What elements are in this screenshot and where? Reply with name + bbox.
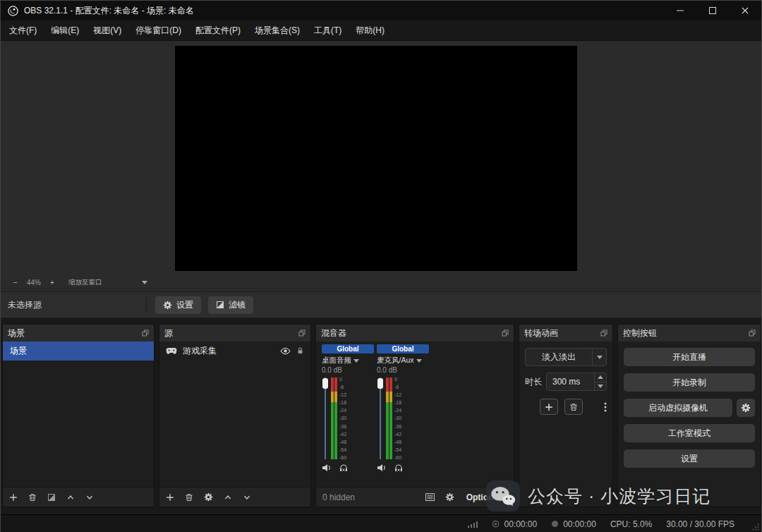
start-virtual-camera-button[interactable]: 启动虚拟摄像机	[624, 399, 732, 417]
move-source-down-button[interactable]	[243, 493, 251, 502]
transition-select-arrow[interactable]	[592, 349, 606, 365]
start-streaming-button[interactable]: 开始直播	[624, 348, 755, 366]
menu-tools[interactable]: 工具(T)	[307, 20, 349, 40]
mixer-layout-icon	[425, 493, 435, 501]
gear-icon	[741, 403, 751, 413]
volume-slider[interactable]	[377, 376, 384, 461]
mute-button[interactable]	[377, 464, 387, 472]
duration-value: 300 ms	[547, 377, 594, 387]
zoom-out-button[interactable]: −	[9, 279, 22, 286]
record-dot-icon	[551, 520, 559, 528]
minimize-button[interactable]	[664, 1, 696, 20]
zoom-in-button[interactable]: +	[46, 279, 59, 286]
menu-docks[interactable]: 停靠窗口(D)	[128, 20, 188, 40]
source-filters-label: 滤镜	[229, 299, 246, 311]
resize-grip[interactable]	[752, 524, 759, 531]
duration-down-button[interactable]	[595, 382, 606, 391]
close-button[interactable]	[729, 1, 761, 20]
maximize-button[interactable]	[696, 1, 729, 20]
slider-handle[interactable]	[322, 378, 328, 389]
source-properties-toolbar-button[interactable]	[204, 492, 213, 502]
mute-button[interactable]	[322, 464, 332, 472]
scenes-panel: 场景 场景	[2, 324, 155, 507]
add-source-button[interactable]	[166, 493, 174, 502]
menu-help[interactable]: 帮助(H)	[349, 20, 392, 40]
move-scene-up-button[interactable]	[66, 493, 75, 502]
virtual-camera-config-button[interactable]	[737, 399, 755, 417]
obs-window: OBS 32.1.1 - 配置文件: 未命名 - 场景: 未命名 文件(F) 编…	[0, 0, 762, 532]
mixer-panel-header: 混音器	[316, 325, 514, 341]
chevron-down-icon	[597, 356, 603, 359]
zoom-level: 44%	[22, 279, 46, 286]
audio-mixer-panel: 混音器 Global 桌面音频 0.0 dB	[315, 324, 514, 507]
transition-current: 淡入淡出	[526, 351, 592, 363]
move-scene-down-button[interactable]	[85, 493, 94, 502]
gear-icon	[204, 492, 213, 502]
panel-float-icon[interactable]	[142, 330, 149, 337]
signal-bars-icon	[468, 521, 478, 528]
controls-body: 开始直播 开始录制 启动虚拟摄像机 工作室模式 设置	[618, 341, 761, 507]
zoom-mode-dropdown[interactable]: 缩放至窗口	[68, 278, 147, 287]
plus-icon	[9, 493, 18, 502]
preview-area	[1, 41, 761, 277]
chevron-up-icon	[66, 493, 75, 502]
source-properties-button[interactable]: 设置	[155, 296, 201, 314]
menu-profile[interactable]: 配置文件(P)	[188, 20, 248, 40]
speaker-icon	[322, 464, 332, 472]
channel-name-dropdown[interactable]: 桌面音频	[322, 355, 374, 366]
duration-spinbox[interactable]: 300 ms	[546, 373, 607, 391]
studio-mode-button[interactable]: 工作室模式	[624, 424, 755, 442]
channel-name-dropdown[interactable]: 麦克风/Aux	[377, 355, 429, 366]
meter-bar-right	[389, 377, 392, 459]
start-recording-button[interactable]: 开始录制	[624, 373, 755, 392]
duration-up-button[interactable]	[595, 373, 606, 382]
visibility-icon[interactable]	[280, 347, 291, 355]
menu-scene-collection[interactable]: 场景集合(S)	[248, 20, 307, 40]
scene-filters-button[interactable]	[47, 493, 56, 502]
settings-button[interactable]: 设置	[624, 449, 755, 468]
panel-float-icon[interactable]	[749, 330, 756, 337]
remove-source-button[interactable]	[185, 493, 193, 502]
menu-view[interactable]: 视图(V)	[86, 20, 128, 40]
move-source-up-button[interactable]	[224, 493, 232, 502]
monitor-off-button[interactable]	[394, 464, 404, 472]
monitor-off-button[interactable]	[339, 464, 349, 472]
remove-transition-button[interactable]	[564, 399, 583, 415]
remove-scene-button[interactable]	[28, 493, 37, 502]
lock-icon[interactable]	[296, 346, 304, 355]
minimize-icon	[677, 7, 684, 14]
duration-label: 时长	[525, 376, 542, 388]
panel-float-icon[interactable]	[502, 330, 509, 337]
source-filters-button[interactable]: 滤镜	[208, 296, 253, 314]
advanced-audio-button[interactable]	[445, 492, 454, 502]
transition-select[interactable]: 淡入淡出	[525, 348, 607, 366]
slider-handle[interactable]	[377, 378, 383, 389]
panel-float-icon[interactable]	[298, 330, 306, 337]
mixer-options-button[interactable]: Options	[466, 492, 507, 502]
add-scene-button[interactable]	[9, 493, 18, 502]
transition-properties-button[interactable]	[604, 402, 607, 412]
preview-canvas[interactable]	[175, 46, 577, 271]
sources-panel: 源 游戏采集	[159, 324, 311, 507]
db-scale: 0-6-12-18-24-30-36-42-48-54-60	[394, 376, 401, 461]
menu-edit[interactable]: 编辑(E)	[44, 20, 86, 40]
record-timer: 00:00:00	[551, 519, 596, 529]
source-toolbar: 未选择源 设置 滤镜	[1, 291, 761, 318]
volume-slider[interactable]	[322, 376, 329, 461]
channel-name: 麦克风/Aux	[377, 356, 414, 365]
panel-float-icon[interactable]	[600, 330, 607, 337]
volume-meter: 0-6-12-18-24-30-36-42-48-54-60	[322, 376, 374, 461]
menu-file[interactable]: 文件(F)	[2, 20, 44, 40]
scenes-list: 场景	[3, 341, 154, 487]
headphones-off-icon	[394, 464, 404, 472]
source-list-item[interactable]: 游戏采集	[159, 341, 310, 360]
controls-panel-header: 控制按钮	[618, 325, 761, 341]
window-title: OBS 32.1.1 - 配置文件: 未命名 - 场景: 未命名	[24, 5, 194, 17]
chevron-up-icon	[598, 375, 603, 379]
transitions-body: 淡入淡出 时长 300 ms	[519, 341, 612, 507]
add-transition-button[interactable]	[540, 399, 558, 415]
mixer-layout-button[interactable]	[425, 493, 435, 501]
plus-icon	[166, 493, 174, 502]
hidden-count-label: 0 hidden	[322, 492, 355, 502]
scene-list-item[interactable]: 场景	[3, 341, 154, 361]
